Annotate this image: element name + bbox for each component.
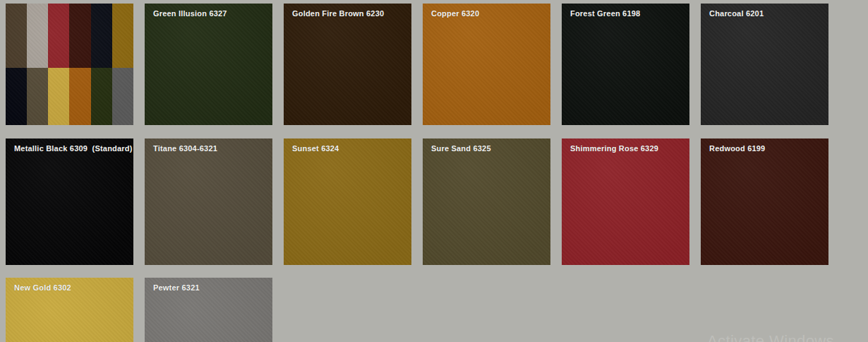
composite-color-cell	[91, 68, 112, 125]
swatch-label: New Gold 6302	[14, 283, 71, 292]
swatch-label: Shimmering Rose 6329	[570, 144, 658, 153]
swatch-label: Forest Green 6198	[570, 9, 640, 18]
swatch-label: Titane 6304-6321	[153, 144, 217, 153]
composite-color-cell	[27, 68, 48, 125]
composite-color-cell	[27, 4, 48, 68]
swatch-forest-green-6198[interactable]: Forest Green 6198	[562, 4, 689, 125]
swatch-redwood-6199[interactable]: Redwood 6199	[701, 138, 828, 265]
swatch-pewter-6321[interactable]: Pewter 6321	[145, 278, 272, 342]
swatch-label: Metallic Black 6309 (Standard)	[14, 144, 133, 153]
composite-color-cell	[69, 68, 90, 125]
composite-color-cell	[6, 4, 27, 68]
swatch-green-illusion-6327[interactable]: Green Illusion 6327	[145, 4, 272, 125]
swatch-label: Charcoal 6201	[709, 9, 764, 18]
swatch-sunset-6324[interactable]: Sunset 6324	[284, 138, 411, 265]
swatch-copper-6320[interactable]: Copper 6320	[423, 4, 550, 125]
swatch-new-gold-6302[interactable]: New Gold 6302	[6, 278, 133, 342]
composite-color-cell	[48, 68, 69, 125]
composite-color-cell	[112, 68, 133, 125]
composite-color-cell	[69, 4, 90, 68]
activate-windows-watermark: Activate Windows	[707, 332, 834, 342]
swatch-titane-6304-6321[interactable]: Titane 6304-6321	[145, 138, 272, 265]
composite-color-cell	[112, 4, 133, 68]
swatch-golden-fire-brown-6230[interactable]: Golden Fire Brown 6230	[284, 4, 411, 125]
swatch-label: Sunset 6324	[292, 144, 339, 153]
composite-color-cell	[48, 4, 69, 68]
swatch-shimmering-rose-6329[interactable]: Shimmering Rose 6329	[562, 138, 689, 265]
swatch-label: Redwood 6199	[709, 144, 765, 153]
swatch-metallic-black-6309-standard[interactable]: Metallic Black 6309 (Standard)	[6, 138, 133, 265]
swatch-label: Sure Sand 6325	[431, 144, 491, 153]
composite-color-cell	[6, 68, 27, 125]
swatch-label: Golden Fire Brown 6230	[292, 9, 384, 18]
swatch-label: Copper 6320	[431, 9, 479, 18]
composite-color-cell	[91, 4, 112, 68]
color-swatch-grid: Activate Windows Green Illusion 6327Gold…	[0, 0, 868, 342]
swatch-label: Pewter 6321	[153, 283, 200, 292]
all-colors-composite-swatch[interactable]	[6, 4, 133, 125]
swatch-sure-sand-6325[interactable]: Sure Sand 6325	[423, 138, 550, 265]
swatch-charcoal-6201[interactable]: Charcoal 6201	[701, 4, 828, 125]
swatch-label: Green Illusion 6327	[153, 9, 227, 18]
